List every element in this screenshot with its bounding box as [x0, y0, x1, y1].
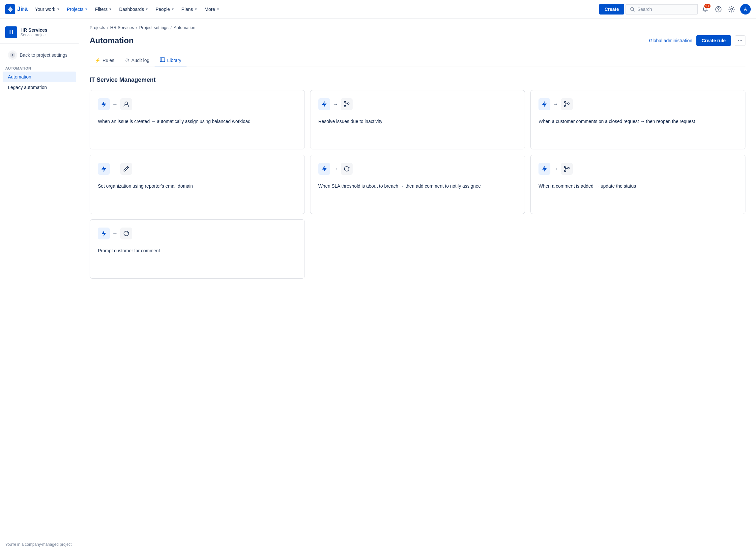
- clock-icon: ⏱: [125, 58, 129, 63]
- card-reopen-request[interactable]: → When a customer comments on a closed r…: [530, 90, 746, 149]
- breadcrumb-projects[interactable]: Projects: [90, 25, 105, 30]
- person-action-icon: [120, 98, 132, 110]
- svg-point-4: [718, 10, 719, 11]
- card-set-organization[interactable]: → Set organization using reporter's emai…: [90, 155, 305, 214]
- svg-point-13: [344, 106, 346, 107]
- user-avatar[interactable]: A: [740, 4, 751, 14]
- tab-library[interactable]: Library: [155, 54, 187, 67]
- page-layout: H HR Services Service project Back to pr…: [0, 19, 756, 556]
- breadcrumb-hr-services[interactable]: HR Services: [110, 25, 134, 30]
- svg-point-5: [731, 8, 732, 10]
- card-description: Prompt customer for comment: [98, 247, 297, 254]
- sidebar-bottom: You're in a company-managed project: [0, 538, 79, 551]
- create-rule-button[interactable]: Create rule: [696, 35, 731, 46]
- svg-point-20: [565, 166, 566, 168]
- chevron-down-icon: ▾: [146, 7, 148, 11]
- back-to-settings-link[interactable]: Back to project settings: [3, 48, 76, 62]
- card-sla-breach[interactable]: → When SLA threshold is about to breach …: [310, 155, 525, 214]
- sidebar: H HR Services Service project Back to pr…: [0, 19, 79, 556]
- svg-point-17: [565, 106, 566, 107]
- project-icon: H: [5, 26, 17, 38]
- svg-line-19: [127, 167, 128, 168]
- nav-plans[interactable]: Plans ▾: [178, 5, 200, 14]
- card-description: When a comment is added → update the sta…: [538, 183, 737, 189]
- lightning-trigger-icon: [318, 98, 330, 110]
- card-assign-workload[interactable]: → When an issue is created → automatical…: [90, 90, 305, 149]
- lightning-trigger-icon: [98, 163, 110, 175]
- search-box[interactable]: Search: [626, 4, 698, 14]
- company-managed-label: You're in a company-managed project: [5, 542, 74, 547]
- card-prompt-comment[interactable]: → Prompt customer for comment: [90, 219, 305, 279]
- chevron-down-icon: ▾: [195, 7, 197, 11]
- chevron-down-icon: ▾: [85, 7, 87, 11]
- card-description: When a customer comments on a closed req…: [538, 118, 737, 125]
- svg-line-2: [633, 10, 635, 11]
- chevron-down-icon: ▾: [58, 7, 59, 11]
- lightning-trigger-icon: [318, 163, 330, 175]
- card-description: Resolve issues due to inactivity: [318, 118, 517, 125]
- svg-point-22: [565, 170, 566, 172]
- lightning-trigger-icon: [538, 163, 551, 175]
- lightning-trigger-icon: [98, 228, 110, 239]
- breadcrumb-automation: Automation: [174, 25, 195, 30]
- search-placeholder: Search: [637, 7, 652, 12]
- cards-row-1: → When an issue is created → automatical…: [90, 90, 746, 149]
- pencil-action-icon: [120, 163, 132, 175]
- svg-rect-7: [160, 58, 165, 62]
- nav-projects[interactable]: Projects ▾: [64, 5, 90, 14]
- lightning-trigger-icon: [538, 98, 551, 110]
- card-description: Set organization using reporter's email …: [98, 183, 297, 189]
- svg-point-16: [568, 103, 569, 105]
- tab-rules[interactable]: ⚡ Rules: [90, 54, 120, 67]
- nav-filters[interactable]: Filters ▾: [91, 5, 114, 14]
- global-administration-link[interactable]: Global administration: [649, 38, 692, 43]
- svg-point-12: [347, 103, 349, 105]
- settings-button[interactable]: [726, 3, 738, 15]
- tab-audit-log[interactable]: ⏱ Audit log: [120, 54, 155, 67]
- notifications-button[interactable]: 9+: [699, 3, 711, 15]
- svg-point-11: [344, 102, 346, 103]
- automation-section-label: AUTOMATION: [0, 62, 79, 72]
- help-button[interactable]: [713, 3, 724, 15]
- lightning-trigger-icon: [98, 98, 110, 110]
- nav-dashboards[interactable]: Dashboards ▾: [116, 5, 151, 14]
- search-icon: [630, 7, 635, 11]
- nav-more[interactable]: More ▾: [201, 5, 222, 14]
- refresh2-action-icon: [120, 228, 132, 239]
- page-title: Automation: [90, 36, 134, 45]
- gear-icon: [728, 6, 735, 12]
- nav-your-work[interactable]: Your work ▾: [32, 5, 62, 14]
- back-icon: [8, 50, 17, 60]
- refresh-action-icon: [341, 163, 353, 175]
- more-options-button[interactable]: ⋯: [735, 35, 746, 46]
- card-resolve-inactivity[interactable]: → Resolve issues due to inactivity: [310, 90, 525, 149]
- chevron-down-icon: ▾: [217, 7, 219, 11]
- create-button[interactable]: Create: [599, 4, 624, 14]
- page-header: Automation Global administration Create …: [90, 35, 746, 46]
- cards-row-3: → Prompt customer for comment: [90, 219, 746, 279]
- branch-action-icon: [341, 98, 353, 110]
- breadcrumb: Projects / HR Services / Project setting…: [90, 25, 746, 30]
- branch2-action-icon: [561, 98, 573, 110]
- tabs-container: ⚡ Rules ⏱ Audit log Library: [90, 54, 746, 67]
- svg-point-15: [565, 102, 566, 103]
- jira-logo[interactable]: Jira: [5, 4, 28, 14]
- cards-row-2: → Set organization using reporter's emai…: [90, 155, 746, 214]
- card-comment-status[interactable]: → When a comment is added → update the s…: [530, 155, 746, 214]
- nav-people[interactable]: People ▾: [152, 5, 177, 14]
- project-name: HR Services: [21, 27, 47, 33]
- lightning-icon: ⚡: [95, 58, 101, 63]
- project-header: H HR Services Service project: [0, 24, 79, 44]
- breadcrumb-project-settings[interactable]: Project settings: [139, 25, 168, 30]
- chevron-down-icon: ▾: [109, 7, 111, 11]
- sidebar-item-legacy-automation[interactable]: Legacy automation: [3, 82, 76, 93]
- card-description: When SLA threshold is about to breach → …: [318, 183, 517, 189]
- sidebar-item-automation[interactable]: Automation: [3, 72, 76, 82]
- top-navigation: Jira Your work ▾ Projects ▾ Filters ▾ Da…: [0, 0, 756, 19]
- chevron-down-icon: ▾: [172, 7, 174, 11]
- help-icon: [715, 6, 722, 12]
- notification-count: 9+: [704, 4, 711, 8]
- library-icon: [160, 57, 165, 63]
- section-title: IT Service Management: [90, 76, 746, 83]
- back-label: Back to project settings: [20, 53, 68, 58]
